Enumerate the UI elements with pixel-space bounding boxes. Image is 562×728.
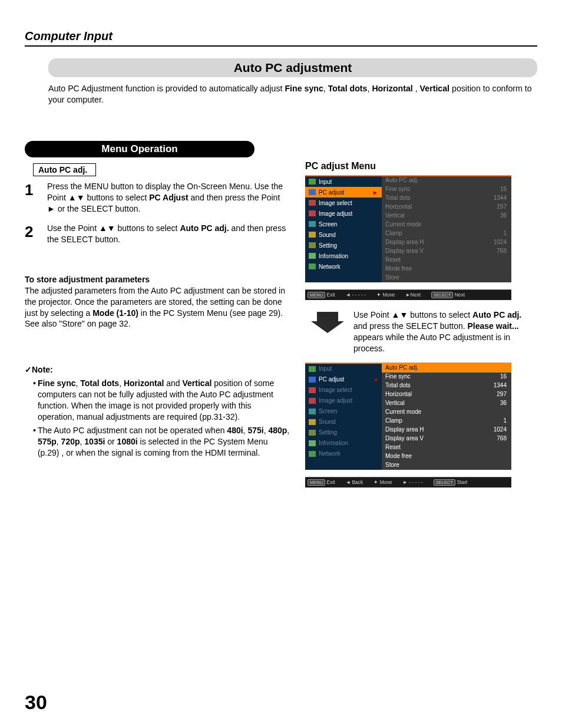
osd-item-label: Setting xyxy=(319,429,337,436)
step-text: Press the MENU button to display the On-… xyxy=(47,181,290,215)
network-icon xyxy=(309,263,316,269)
arrow-instruction-text: Use Point ▲▼ buttons to select Auto PC a… xyxy=(353,309,537,354)
intro-paragraph: Auto PC Adjustment function is provided … xyxy=(48,83,537,106)
step-number: 1 xyxy=(25,181,39,215)
step-2: 2 Use the Point ▲▼ buttons to select Aut… xyxy=(25,223,290,245)
step-1: 1 Press the MENU button to display the O… xyxy=(25,181,290,215)
osd-left-menu: Input PC adjust► Image select Image adju… xyxy=(305,176,382,282)
page-number: 30 xyxy=(25,691,47,714)
network-icon xyxy=(309,451,316,457)
screen-icon xyxy=(309,409,316,414)
store-params-heading: To store adjustment parameters xyxy=(25,275,290,284)
osd-screenshot-2: Input PC adjust◄ Image select Image adju… xyxy=(305,363,511,487)
arrow-instruction-row: Use Point ▲▼ buttons to select Auto PC a… xyxy=(305,309,537,354)
osd-footer: MENU Exit ◄ - - - - - ✦ Move ►Next SELEC… xyxy=(305,289,511,300)
intro-bold: Total dots xyxy=(328,84,368,93)
osd-item-label: Image select xyxy=(319,200,352,206)
pc-adjust-menu-heading: PC adjust Menu xyxy=(305,161,537,172)
osd-row-selected: Auto PC adj. xyxy=(382,364,511,373)
input-icon xyxy=(309,366,316,372)
sound-icon xyxy=(309,232,316,238)
osd-item-label: PC adjust xyxy=(319,376,344,383)
osd-item-selected: PC adjust► xyxy=(305,187,382,197)
screen-icon xyxy=(309,221,316,227)
osd-footer: MENU Exit ◄ Back ✦ Move ► - - - - - SELE… xyxy=(305,477,511,487)
pc-adjust-icon xyxy=(309,189,316,195)
osd-item-label: Sound xyxy=(319,419,336,425)
osd-item-label: Information xyxy=(319,440,348,446)
osd-screenshot-1: Input PC adjust► Image select Image adju… xyxy=(305,175,511,300)
intro-bold: Horizontal xyxy=(372,84,412,93)
image-select-icon xyxy=(309,387,316,393)
step-number: 2 xyxy=(25,223,39,245)
setting-icon xyxy=(309,242,316,248)
setting-icon xyxy=(309,430,316,436)
arrow-right-icon: ► xyxy=(372,189,378,196)
note-bullet-1: • Fine sync, Total dots, Horizontal and … xyxy=(33,378,290,423)
down-arrow-icon xyxy=(311,312,344,333)
step-text: Use the Point ▲▼ buttons to select Auto … xyxy=(47,223,290,245)
osd-item-label: Setting xyxy=(319,242,337,249)
osd-item-label: Network xyxy=(319,450,340,457)
osd-item-label: Input xyxy=(319,365,332,372)
store-params-text: The adjusted parameters from the Auto PC… xyxy=(25,285,290,330)
image-adjust-icon xyxy=(309,398,316,404)
intro-bold: Vertical xyxy=(420,84,449,93)
osd-item-label: Image adjust xyxy=(319,397,352,404)
osd-item-label: Image adjust xyxy=(319,210,352,217)
osd-item-label: Information xyxy=(319,253,348,259)
auto-pc-adj-box: Auto PC adj. xyxy=(33,163,96,176)
osd-item-label: Input xyxy=(319,179,332,185)
osd-item-label: Sound xyxy=(319,232,336,238)
page-title-bar: Auto PC adjustment xyxy=(48,58,537,77)
note-bullet-2: • The Auto PC adjustment can not be oper… xyxy=(33,425,290,459)
osd-item-label: Image select xyxy=(319,387,352,393)
input-icon xyxy=(309,179,316,185)
osd-right-panel: Auto PC adj. Fine sync16 Total dots1344 … xyxy=(382,364,511,470)
osd-item-label: PC adjust xyxy=(319,189,344,196)
pc-adjust-icon xyxy=(309,377,316,383)
arrow-left-icon: ◄ xyxy=(372,376,378,383)
intro-text: Auto PC Adjustment function is provided … xyxy=(48,84,285,93)
osd-left-menu: Input PC adjust◄ Image select Image adju… xyxy=(305,364,382,470)
osd-item-label: Network xyxy=(319,263,340,270)
image-adjust-icon xyxy=(309,210,316,216)
osd-right-panel: Auto PC adj. Fine sync16 Total dots1344 … xyxy=(382,176,511,282)
menu-operation-bar: Menu Operation xyxy=(25,141,254,157)
left-column: Menu Operation Auto PC adj. 1 Press the … xyxy=(25,141,290,487)
section-header: Computer Input xyxy=(25,29,537,47)
image-select-icon xyxy=(309,200,316,206)
osd-item-label: Screen xyxy=(319,408,338,414)
information-icon xyxy=(309,253,316,259)
note-heading: ✓Note: xyxy=(25,365,290,374)
intro-bold: Fine sync xyxy=(285,84,323,93)
information-icon xyxy=(309,440,316,446)
osd-item-label: Screen xyxy=(319,221,338,228)
sound-icon xyxy=(309,419,316,425)
right-column: PC adjust Menu Input PC adjust► Image se… xyxy=(305,141,537,487)
